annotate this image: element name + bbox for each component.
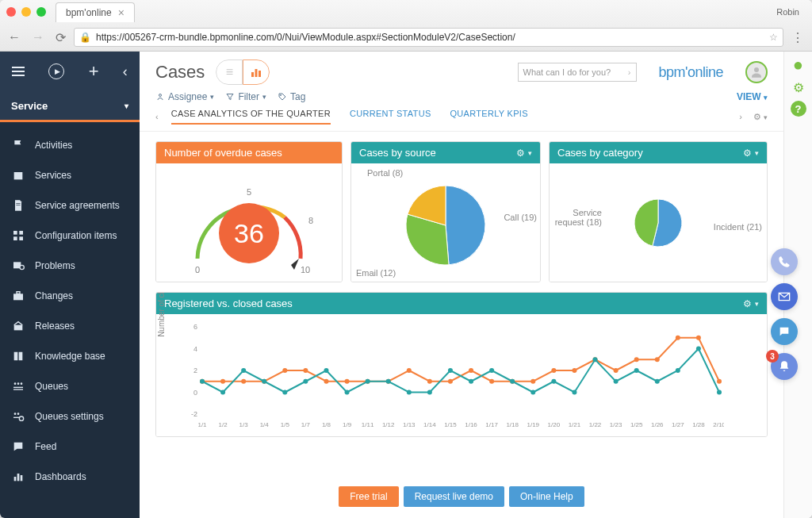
svg-point-109 bbox=[489, 368, 494, 373]
sidebar-item-activities[interactable]: Activities bbox=[0, 130, 140, 160]
tabs-scroll-right[interactable]: › bbox=[739, 112, 742, 122]
browser-tab[interactable]: bpm'online × bbox=[56, 2, 135, 22]
release-icon bbox=[11, 319, 25, 333]
pie-label-portal: Portal (8) bbox=[367, 168, 403, 178]
search-go-icon[interactable]: › bbox=[628, 67, 631, 77]
tab-close-icon[interactable]: × bbox=[118, 6, 124, 19]
sidebar-item-services[interactable]: Services bbox=[0, 160, 140, 190]
sidebar-item-releases[interactable]: Releases bbox=[0, 311, 140, 341]
rail-dot-icon[interactable]: ● bbox=[790, 56, 807, 74]
bookmark-star-icon[interactable]: ☆ bbox=[769, 32, 778, 43]
svg-rect-4 bbox=[13, 231, 17, 235]
fab-phone[interactable] bbox=[771, 248, 798, 275]
sidebar-item-feed[interactable]: Feed bbox=[0, 432, 140, 462]
window-maximize-icon[interactable] bbox=[36, 7, 46, 17]
panel-source-gear-icon[interactable]: ⚙ ▾ bbox=[516, 148, 532, 159]
svg-text:1/11: 1/11 bbox=[362, 421, 374, 428]
tab-current-status[interactable]: CURRENT STATUS bbox=[350, 109, 431, 125]
svg-text:1/19: 1/19 bbox=[527, 421, 539, 428]
run-icon[interactable]: ▶ bbox=[48, 63, 64, 79]
svg-text:10: 10 bbox=[301, 265, 310, 274]
svg-point-111 bbox=[530, 390, 535, 395]
tabs-scroll-left[interactable]: ‹ bbox=[155, 112, 159, 121]
sidebar-item-queues-settings[interactable]: Queues settings bbox=[0, 401, 140, 432]
svg-point-106 bbox=[427, 390, 432, 395]
svg-point-70 bbox=[220, 379, 225, 384]
analytics-view-button[interactable] bbox=[243, 59, 270, 85]
svg-point-118 bbox=[676, 368, 680, 373]
briefcase-icon bbox=[11, 289, 25, 303]
svg-point-81 bbox=[448, 379, 453, 384]
sidebar-item-queues[interactable]: Queues bbox=[0, 371, 140, 401]
svg-point-98 bbox=[262, 379, 266, 384]
section-selector[interactable]: Service ▾ bbox=[0, 91, 140, 120]
rail-gear-icon[interactable]: ⚙ bbox=[790, 79, 807, 96]
assignee-filter[interactable]: Assignee▾ bbox=[155, 91, 214, 102]
url-text: https://005267-crm-bundle.bpmonline.com/… bbox=[96, 32, 764, 43]
rail-help-icon[interactable]: ? bbox=[791, 101, 806, 117]
menu-icon[interactable] bbox=[12, 67, 25, 76]
tag-filter[interactable]: Tag bbox=[278, 91, 305, 102]
add-icon[interactable]: + bbox=[89, 61, 99, 82]
fab-mail[interactable] bbox=[771, 283, 798, 310]
svg-rect-1 bbox=[14, 171, 23, 172]
profile-name[interactable]: Robin bbox=[776, 7, 806, 17]
sidebar-item-problems[interactable]: Problems bbox=[0, 251, 140, 281]
svg-text:1/17: 1/17 bbox=[485, 421, 498, 428]
sidebar-item-changes[interactable]: Changes bbox=[0, 281, 140, 311]
svg-text:1/13: 1/13 bbox=[403, 421, 416, 428]
filter-filter[interactable]: Filter▾ bbox=[225, 91, 266, 102]
search-placeholder: What can I do for you? bbox=[523, 67, 611, 77]
fab-chat[interactable] bbox=[771, 318, 798, 345]
svg-text:1/22: 1/22 bbox=[589, 421, 602, 428]
svg-rect-3 bbox=[16, 205, 20, 205]
svg-text:-2: -2 bbox=[191, 410, 197, 418]
svg-point-28 bbox=[754, 67, 759, 72]
reload-icon[interactable]: ⟳ bbox=[56, 30, 66, 45]
address-bar[interactable]: 🔒 https://005267-crm-bundle.bpmonline.co… bbox=[74, 28, 783, 47]
window-minimize-icon[interactable] bbox=[21, 7, 31, 17]
svg-point-29 bbox=[159, 94, 162, 97]
svg-text:1/3: 1/3 bbox=[239, 421, 249, 428]
forward-icon[interactable]: → bbox=[32, 30, 44, 45]
free-trial-button[interactable]: Free trial bbox=[339, 486, 398, 507]
fab-bell[interactable]: 3 bbox=[771, 353, 798, 380]
list-view-button[interactable]: ≡ bbox=[216, 59, 243, 85]
tab-quarterly-kpis[interactable]: QUARTERLY KPIS bbox=[450, 109, 528, 125]
svg-point-101 bbox=[324, 368, 328, 373]
sidebar-item-dashboards[interactable]: Dashboards bbox=[0, 462, 140, 492]
request-demo-button[interactable]: Request live demo bbox=[404, 486, 504, 507]
sidebar-item-configuration-items[interactable]: Configuration items bbox=[0, 221, 140, 251]
svg-point-110 bbox=[510, 379, 515, 384]
sidebar-item-knowledge-base[interactable]: Knowledge base bbox=[0, 341, 140, 371]
panel-category-gear-icon[interactable]: ⚙ ▾ bbox=[743, 148, 759, 159]
svg-point-115 bbox=[614, 379, 619, 384]
panel-line-gear-icon[interactable]: ⚙ ▾ bbox=[743, 298, 759, 309]
top-row: Number of overdue cases 36 bbox=[155, 141, 768, 282]
tabs-gear-icon[interactable]: ⚙ ▾ bbox=[753, 112, 768, 122]
svg-point-74 bbox=[303, 368, 308, 373]
tab-case-analytics-of-the-quarter[interactable]: CASE ANALYTICS OF THE QUARTER bbox=[171, 109, 331, 125]
svg-text:1/7: 1/7 bbox=[301, 421, 311, 428]
svg-point-114 bbox=[593, 357, 598, 362]
svg-point-92 bbox=[676, 336, 680, 340]
dashboard-area: Number of overdue cases 36 bbox=[140, 132, 783, 480]
svg-point-93 bbox=[696, 336, 701, 340]
svg-text:5: 5 bbox=[247, 187, 251, 197]
window-close-icon[interactable] bbox=[6, 7, 16, 17]
view-link[interactable]: VIEW ▾ bbox=[737, 91, 768, 102]
user-avatar[interactable] bbox=[745, 61, 768, 83]
notification-badge: 3 bbox=[766, 350, 779, 363]
svg-text:1/25: 1/25 bbox=[630, 421, 643, 428]
collapse-icon[interactable]: ‹ bbox=[123, 63, 128, 80]
browser-menu-icon[interactable]: ⋮ bbox=[791, 30, 804, 45]
online-help-button[interactable]: On-line Help bbox=[509, 486, 584, 507]
back-icon[interactable]: ← bbox=[8, 30, 21, 45]
svg-rect-12 bbox=[14, 325, 23, 331]
svg-point-103 bbox=[366, 379, 370, 384]
svg-text:1/23: 1/23 bbox=[610, 421, 622, 428]
svg-point-71 bbox=[241, 379, 246, 384]
sidebar-item-service-agreements[interactable]: Service agreements bbox=[0, 190, 140, 221]
global-search[interactable]: What can I do for you? › bbox=[518, 63, 637, 82]
sidebar: ▶ + ‹ Service ▾ ActivitiesServicesServic… bbox=[0, 52, 140, 518]
